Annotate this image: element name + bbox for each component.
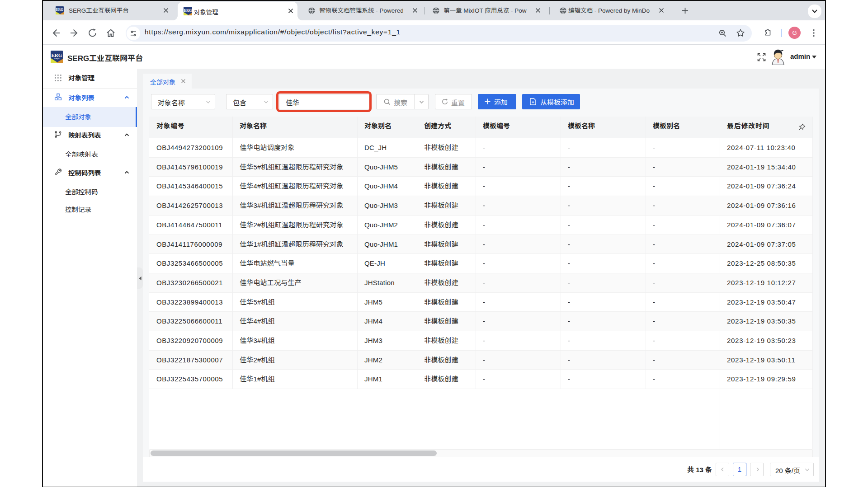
svg-text:ERG: ERG [56, 8, 64, 12]
svg-text:ERG: ERG [51, 52, 62, 58]
svg-text:ERG: ERG [184, 9, 192, 13]
svg-text:Sample: Sample [54, 58, 60, 60]
